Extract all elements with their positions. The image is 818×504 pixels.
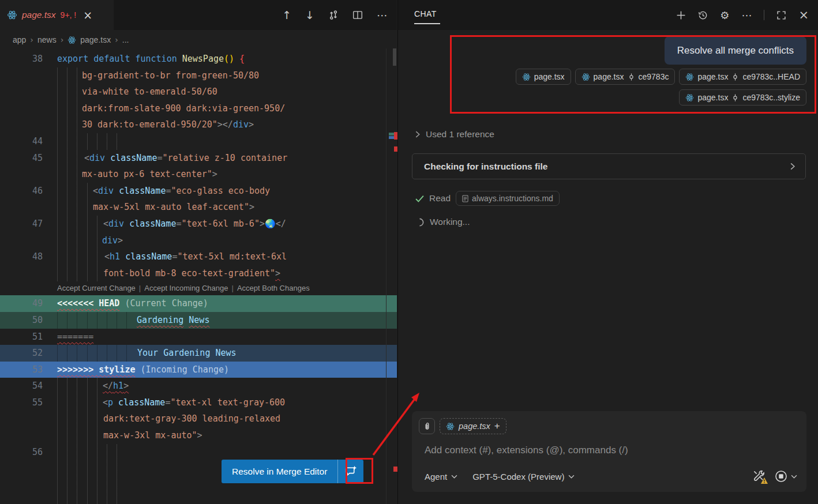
read-file-chip[interactable]: always.instructions.md (456, 191, 560, 206)
tab-chat[interactable]: CHAT (414, 9, 437, 18)
check-icon (415, 195, 424, 202)
next-change-icon[interactable]: ↓ (305, 9, 314, 21)
chat-sparkle-icon[interactable] (338, 460, 363, 483)
indent-guides (57, 216, 101, 232)
mode-picker[interactable]: Agent (425, 472, 457, 482)
indent-guides (57, 100, 80, 117)
chevron-down-icon (791, 475, 797, 479)
attachment-file-chip[interactable]: page.tsx (516, 69, 571, 85)
code-token: "relative z-10 container (162, 153, 287, 163)
code-line: dark:text-gray-300 leading-relaxed (0, 411, 397, 427)
code-token (124, 219, 129, 229)
breadcrumb-news[interactable]: news (37, 35, 57, 44)
git-commit-icon (731, 93, 739, 102)
line-number: 52 (0, 345, 43, 362)
more-actions-icon[interactable]: ⋯ (741, 9, 752, 21)
code-token: Gardening (137, 315, 183, 325)
working-label: Working... (430, 217, 470, 227)
code-token: className (118, 397, 165, 408)
previous-change-icon[interactable]: ↑ (282, 9, 291, 21)
code-token: > (212, 169, 217, 179)
instructions-file-panel[interactable]: Checking for instructions file (412, 153, 806, 179)
code-token: > (118, 235, 123, 246)
chip-file-name: page.tsx (697, 93, 728, 102)
code-line: 55<p className="text-xl text-gray-600 (0, 394, 397, 411)
overview-ruler (386, 48, 387, 504)
attachment-file-chip[interactable]: page.tsx ce9783c..HEAD (679, 69, 806, 85)
model-picker[interactable]: GPT-5-Codex (Preview) (472, 472, 575, 482)
model-label: GPT-5-Codex (Preview) (472, 472, 564, 482)
indent-guides (57, 116, 80, 133)
code-line (0, 493, 397, 504)
indent-guides (57, 411, 101, 427)
indent-guides (57, 199, 91, 216)
code-token: className (119, 186, 166, 196)
code-editor[interactable]: 38export default function NewsPage() {bg… (0, 51, 397, 504)
line-number: 54 (0, 378, 43, 394)
chat-input-placeholder[interactable]: Add context (#), extensions (@), command… (425, 445, 628, 456)
history-icon[interactable] (698, 10, 708, 20)
code-token: className (125, 251, 172, 262)
code-token: export default function (57, 54, 182, 64)
indent-guides (57, 444, 118, 461)
code-line: 53>>>>>>> stylize (Incoming Change) (0, 362, 397, 378)
chip-git-ref: ce9783c..HEAD (742, 72, 800, 81)
code-token: "eco-glass eco-body (171, 186, 270, 196)
context-file-chip[interactable]: page.tsx + (440, 418, 506, 434)
split-editor-icon[interactable] (352, 10, 363, 20)
codelens-link[interactable]: Accept Incoming Change (144, 284, 228, 292)
line-number: 47 (0, 216, 43, 232)
code-token: font-bold mb-8 eco-text-gradient" (103, 268, 275, 279)
codelens-link[interactable]: Accept Current Change (57, 284, 136, 292)
react-file-icon (67, 36, 76, 44)
configure-tools-button[interactable] (752, 469, 766, 483)
codelens-link[interactable]: Accept Both Changes (237, 284, 310, 292)
breadcrumb-app[interactable]: app (13, 35, 26, 44)
code-line: 45<div className="relative z-10 containe… (0, 150, 397, 167)
code-token: dark:text-gray-300 leading-relaxed (103, 413, 280, 424)
close-tab-icon[interactable]: × (83, 10, 92, 21)
used-references-toggle[interactable]: Used 1 reference (415, 129, 494, 140)
scrollbar-thumb[interactable] (393, 48, 396, 66)
compare-changes-icon[interactable] (328, 10, 339, 20)
maximize-panel-icon[interactable] (776, 10, 786, 20)
chat-input-box[interactable]: page.tsx + Add context (#), extensions (… (412, 411, 806, 492)
more-actions-icon[interactable]: ⋯ (377, 9, 388, 21)
indent-guides (57, 67, 80, 84)
attachment-chip-row: page.tsx ce9783c..stylize (679, 89, 806, 106)
indent-guides (57, 84, 80, 100)
indent-guides (57, 249, 102, 265)
settings-gear-icon[interactable]: ⚙ (720, 9, 729, 21)
codelens-separator: | (228, 284, 237, 292)
context-row: page.tsx + (419, 418, 506, 434)
code-token (114, 186, 119, 196)
mode-label: Agent (425, 472, 447, 482)
code-token: > (249, 119, 254, 130)
chevron-right-icon (790, 163, 805, 170)
code-line: mx-auto px-6 text-center"> (0, 166, 397, 183)
new-chat-icon[interactable] (676, 10, 686, 20)
tab-page-tsx[interactable]: page.tsx 9+, ! × (0, 0, 114, 30)
breadcrumb-symbol[interactable]: ... (122, 35, 129, 44)
breadcrumb-file[interactable]: page.tsx (80, 35, 111, 44)
stop-button[interactable] (775, 470, 797, 483)
read-file-name: always.instructions.md (472, 194, 553, 203)
git-commit-icon (731, 73, 739, 81)
chevron-down-icon (568, 475, 575, 479)
breadcrumb-separator-icon: › (61, 35, 64, 44)
code-token: < (93, 186, 98, 196)
code-line: 52Your Gardening News (0, 345, 397, 362)
code-token: (Incoming Change) (135, 364, 229, 375)
attachment-file-chip[interactable]: page.tsx ce9783c..stylize (679, 89, 806, 106)
indent-guides (57, 378, 100, 394)
close-panel-icon[interactable]: × (798, 8, 809, 22)
resolve-in-merge-editor-button[interactable]: Resolve in Merge Editor (222, 460, 363, 483)
attach-context-button[interactable] (419, 418, 435, 434)
context-file-name: page.tsx (459, 422, 490, 431)
chevron-down-icon (451, 475, 457, 479)
attachment-file-chip[interactable]: page.tsx ce9783c (575, 69, 676, 85)
react-file-icon (685, 93, 694, 102)
working-status: Working... (415, 217, 470, 227)
indent-guides (57, 460, 118, 477)
react-file-icon (7, 10, 17, 20)
